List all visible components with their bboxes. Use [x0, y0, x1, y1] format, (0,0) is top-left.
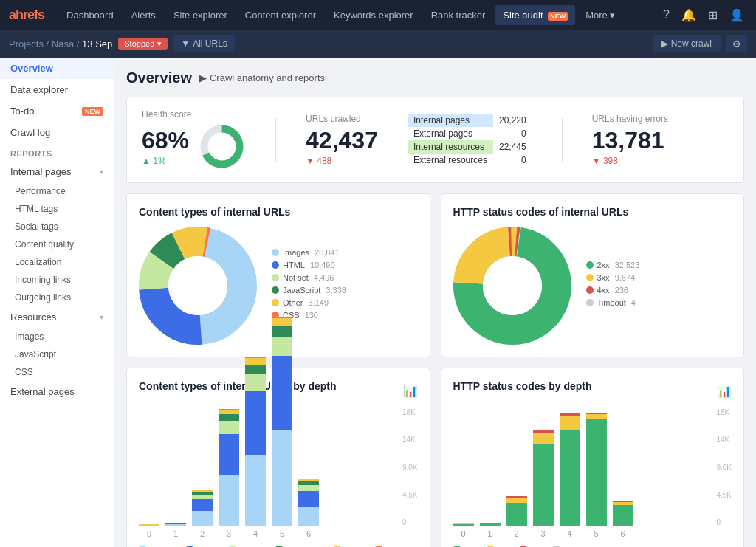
sidebar-sub-javascript[interactable]: JavaScript — [0, 345, 114, 363]
external-resources-value: 0 — [493, 154, 532, 167]
url-type-table: Internal pages 20,220 External pages 0 I… — [408, 114, 532, 167]
nav-rank-tracker[interactable]: Rank tracker — [424, 5, 493, 25]
bar-group-1 — [165, 523, 186, 526]
user-icon[interactable]: 👤 — [726, 5, 747, 25]
bar2-group-6 — [613, 501, 633, 526]
nav-alerts[interactable]: Alerts — [124, 5, 163, 25]
bar2-group-2 — [506, 496, 527, 526]
pie2-legend: 2xx32,523 3xx9,674 4xx236 Timeout4 — [586, 261, 640, 311]
external-pages-value: 0 — [493, 127, 532, 140]
filter-button[interactable]: ▼ All URLs — [173, 35, 235, 52]
content-depth-title: Content types of internal URLs by depth — [139, 380, 337, 392]
urls-crawled-label: URLs crawled — [306, 114, 378, 124]
errors-group: URLs having errors 13,781 ▼ 398 — [592, 114, 668, 166]
sidebar-sub-social-tags[interactable]: Social tags — [0, 218, 114, 235]
sidebar-sub-images[interactable]: Images — [0, 328, 114, 345]
sidebar-item-internal-pages[interactable]: Internal pages ▾ — [0, 161, 114, 182]
y-axis-labels1: 18K14K9.0K4.5K0 — [402, 408, 418, 526]
projects-link[interactable]: Projects — [9, 38, 44, 49]
bar-group-4 — [245, 357, 266, 526]
urls-crawled-group: URLs crawled 42,437 ▼ 488 — [306, 114, 378, 166]
main-layout: Overview Data explorer To-do NEW Crawl l… — [0, 58, 756, 547]
page-title: Overview — [126, 69, 192, 86]
nav-items: Dashboard Alerts Site explorer Content e… — [59, 5, 660, 25]
external-resources-label: External resources — [408, 154, 493, 167]
sidebar-sub-localization[interactable]: Localization — [0, 253, 114, 271]
sidebar-sub-css[interactable]: CSS — [0, 363, 114, 381]
sidebar-item-external-pages[interactable]: External pages — [0, 381, 114, 402]
breadcrumb-bar: Projects / Nasa / 13 Sep Stopped ▾ ▼ All… — [0, 30, 756, 58]
bar-group-3 — [219, 409, 239, 526]
bar2-group-1 — [480, 523, 501, 526]
bar-group-5 — [272, 317, 292, 526]
nasa-link[interactable]: Nasa — [52, 38, 74, 49]
nav-site-audit[interactable]: Site audit NEW — [495, 5, 575, 25]
internal-pages-label: Internal pages — [408, 114, 493, 127]
nav-icons: ? 🔔 ⊞ 👤 — [660, 5, 747, 25]
chevron-down-icon: ▾ — [100, 168, 103, 176]
bar2-group-4 — [560, 413, 580, 526]
todo-new-badge: NEW — [82, 107, 103, 116]
nav-more[interactable]: More ▾ — [578, 5, 622, 25]
internal-resources-value[interactable]: 22,445 — [493, 140, 532, 154]
sidebar-item-resources[interactable]: Resources ▾ — [0, 306, 114, 328]
pie2-container: 2xx32,523 3xx9,674 4xx236 Timeout4 — [453, 227, 732, 345]
sidebar-sub-content-quality[interactable]: Content quality — [0, 235, 114, 253]
new-crawl-button[interactable]: ▶ New crawl — [653, 35, 721, 52]
errors-label: URLs having errors — [592, 114, 668, 124]
bar-chart-icon2[interactable]: 📊 — [717, 384, 732, 398]
bar-chart-icon1[interactable]: 📊 — [403, 384, 418, 398]
y-axis-labels2: 18K14K9.0K4.5K0 — [716, 408, 732, 526]
sidebar-item-crawl-log[interactable]: Crawl log — [0, 122, 114, 143]
pie-charts-row: Content types of internal URLs — [126, 193, 744, 357]
health-score-value: 68% — [142, 127, 189, 154]
urls-crawled-value: 42,437 — [306, 127, 378, 154]
bar-group-2 — [192, 490, 213, 526]
external-pages-label: External pages — [408, 127, 493, 140]
top-nav: ahrefs Dashboard Alerts Site explorer Co… — [0, 0, 756, 30]
bar2-group-0 — [453, 523, 474, 526]
internal-pages-value[interactable]: 20,220 — [493, 114, 532, 127]
errors-value: 13,781 — [592, 127, 668, 154]
url-breakdown-table: Internal pages 20,220 External pages 0 I… — [408, 114, 532, 167]
play-icon: ▶ — [199, 72, 207, 83]
stats-row: Health score 68% ▲ 1% URLs — [126, 97, 744, 183]
help-icon[interactable]: ? — [660, 5, 673, 24]
svg-point-2 — [212, 137, 233, 157]
sidebar-sub-incoming-links[interactable]: Incoming links — [0, 271, 114, 289]
reports-section-label: REPORTS — [0, 143, 114, 161]
http-status-title: HTTP status codes of internal URLs — [453, 206, 732, 218]
internal-resources-label: Internal resources — [408, 140, 493, 154]
sidebar-item-overview[interactable]: Overview — [0, 58, 114, 79]
health-change: ▲ 1% — [142, 156, 189, 166]
http-status-pie-chart — [453, 227, 571, 345]
sep2: / — [77, 38, 80, 49]
pie1-legend: Images20,841 HTML10,490 Not set4,496 Jav… — [272, 248, 346, 323]
nav-keywords-explorer[interactable]: Keywords explorer — [326, 5, 421, 25]
new-badge: NEW — [548, 12, 568, 21]
bar2-group-5 — [586, 413, 607, 526]
x-axis-labels1: 0 1 2 3 4 5 6 — [139, 529, 418, 538]
content-by-depth-card: Content types of internal URLs by depth … — [126, 368, 430, 547]
logo[interactable]: ahrefs — [9, 7, 44, 23]
sidebar-sub-performance[interactable]: Performance — [0, 182, 114, 200]
screen-icon[interactable]: ⊞ — [705, 5, 721, 25]
sidebar-item-data-explorer[interactable]: Data explorer — [0, 79, 114, 100]
urls-crawled-change: ▼ 488 — [306, 156, 378, 166]
main-content: Overview ▶ Crawl anatomy and reports Hea… — [114, 58, 756, 547]
sidebar-sub-outgoing-links[interactable]: Outgoing links — [0, 289, 114, 306]
notification-icon[interactable]: 🔔 — [678, 5, 699, 25]
stopped-badge[interactable]: Stopped ▾ — [118, 38, 168, 50]
crawl-anatomy-link[interactable]: ▶ Crawl anatomy and reports — [199, 72, 325, 83]
nav-dashboard[interactable]: Dashboard — [59, 5, 121, 25]
x-axis-labels2: 0 1 2 3 4 5 6 — [453, 529, 732, 538]
sidebar-sub-html-tags[interactable]: HTML tags — [0, 200, 114, 218]
nav-content-explorer[interactable]: Content explorer — [238, 5, 323, 25]
settings-button[interactable]: ⚙ — [726, 35, 747, 52]
divider2 — [562, 118, 563, 162]
divider1 — [275, 118, 276, 162]
sidebar-item-todo[interactable]: To-do NEW — [0, 100, 114, 122]
bar-group-6 — [298, 479, 319, 526]
health-score-group: Health score 68% ▲ 1% — [142, 109, 246, 171]
nav-site-explorer[interactable]: Site explorer — [166, 5, 235, 25]
